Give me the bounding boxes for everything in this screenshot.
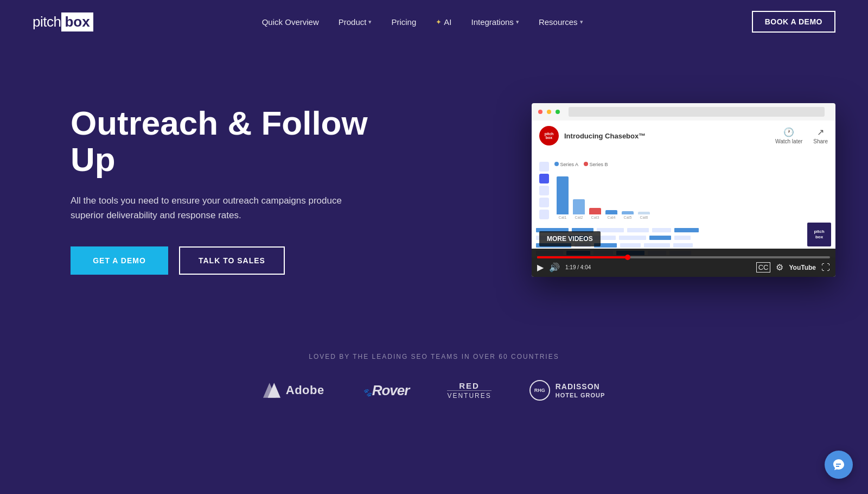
radisson-text: RADISSON HOTEL GROUP [556, 382, 605, 399]
fullscreen-button[interactable]: ⛶ [821, 263, 830, 273]
rover-logo: 🐾Rover [362, 382, 410, 399]
chart-bars: Cat1 Cat2 Cat3 Cat4 [554, 170, 828, 219]
table-cell [674, 228, 699, 232]
red-ventures-text-1: RED [447, 381, 491, 390]
brand-logos-row: Adobe 🐾Rover RED VENTURES RHG RADISSON H… [33, 380, 835, 401]
hero-content: Outreach & Follow Up All the tools you n… [71, 105, 374, 275]
rover-paw-icon: 🐾 [362, 388, 371, 397]
yt-logo-area: pitch box Introducing Chasebox™ [539, 126, 646, 145]
progress-dot [625, 255, 630, 260]
chart-main: Series A Series B Cat1 Cat2 [554, 162, 828, 219]
radisson-badge-icon: RHG [529, 380, 550, 401]
social-proof-label: LOVED BY THE LEADING SEO TEAMS IN OVER 6… [33, 353, 835, 360]
radisson-name-line1: RADISSON [556, 382, 605, 391]
channel-thumb: pitch box [539, 126, 559, 145]
bar-2 [573, 199, 585, 214]
nav-product[interactable]: Product ▾ [339, 17, 372, 27]
nav-resources[interactable]: Resources ▾ [539, 17, 583, 27]
video-title: Introducing Chasebox™ [564, 132, 646, 140]
chat-support-button[interactable] [825, 451, 853, 479]
browser-url-bar [569, 107, 825, 117]
volume-button[interactable]: 🔊 [549, 262, 560, 273]
share-button[interactable]: ↗ Share [813, 127, 828, 144]
bar-label-6: Cat6 [640, 216, 648, 219]
chevron-down-icon-2: ▾ [516, 18, 519, 26]
social-proof-section: LOVED BY THE LEADING SEO TEAMS IN OVER 6… [0, 326, 868, 422]
browser-minimize-dot [547, 110, 551, 114]
captions-button[interactable]: CC [756, 262, 771, 273]
red-ventures-wrap: RED VENTURES [447, 381, 491, 400]
adobe-brand-name: Adobe [286, 383, 324, 397]
bar-label-1: Cat1 [559, 216, 567, 219]
nav-ai[interactable]: ✦AI [436, 17, 451, 27]
bar-4 [605, 210, 617, 214]
bar-group-5: Cat5 [622, 211, 634, 219]
bar-1 [557, 176, 569, 214]
table-cell [644, 243, 670, 248]
youtube-header: pitch box Introducing Chasebox™ 🕐 Watch … [532, 121, 835, 149]
controls-right: CC ⚙ YouTube ⛶ [756, 262, 830, 273]
watch-later-icon: 🕐 [783, 127, 794, 137]
bar-3 [589, 208, 601, 214]
progress-fill [537, 256, 628, 258]
youtube-controls: ▶ 🔊 1:19 / 4:04 CC ⚙ YouTube ⛶ [532, 249, 835, 277]
controls-row: ▶ 🔊 1:19 / 4:04 CC ⚙ YouTube ⛶ [537, 262, 830, 273]
youtube-brand-logo: YouTube [789, 264, 816, 271]
adobe-logo: Adobe [263, 382, 324, 399]
chevron-down-icon-3: ▾ [580, 18, 583, 26]
share-label: Share [813, 138, 828, 144]
get-demo-button[interactable]: GET A DEMO [71, 246, 168, 275]
bar-group-6: Cat6 [638, 212, 650, 219]
more-videos-button[interactable]: MORE VIDEOS [539, 231, 601, 246]
logo-text-pitch: pitch [33, 14, 61, 30]
watch-later-button[interactable]: 🕐 Watch later [775, 127, 802, 144]
controls-left: ▶ 🔊 1:19 / 4:04 [537, 262, 591, 273]
chart-legend: Series A Series B [554, 162, 828, 167]
video-panel: pitch box Introducing Chasebox™ 🕐 Watch … [532, 103, 835, 277]
progress-bar[interactable] [537, 256, 830, 258]
browser-fullscreen-dot [556, 110, 560, 114]
radisson-logo: RHG RADISSON HOTEL GROUP [529, 380, 605, 401]
nav-quick-overview[interactable]: Quick Overview [262, 17, 319, 27]
logo[interactable]: pitch box [33, 12, 93, 31]
hero-section: Outreach & Follow Up All the tools you n… [0, 43, 868, 326]
table-cell [673, 243, 693, 248]
chat-icon [832, 458, 845, 471]
bar-label-4: Cat4 [608, 216, 616, 219]
table-cell [674, 236, 691, 240]
table-cell [619, 236, 646, 240]
nav-links: Quick Overview Product ▾ Pricing ✦AI Int… [262, 17, 583, 27]
nav-integrations[interactable]: Integrations ▾ [471, 17, 519, 27]
table-cell [597, 228, 624, 232]
nav-pricing[interactable]: Pricing [391, 17, 416, 27]
bar-group-4: Cat4 [605, 210, 617, 219]
browser-toolbar [532, 103, 835, 121]
share-icon: ↗ [817, 127, 824, 137]
book-demo-button[interactable]: BOOK A DEMO [752, 11, 835, 33]
bar-group-2: Cat2 [573, 199, 585, 219]
table-cell [620, 243, 641, 248]
bar-group-1: Cat1 [557, 176, 569, 219]
table-cell [649, 236, 671, 240]
chart-area: Series A Series B Cat1 Cat2 [532, 149, 835, 225]
bar-group-3: Cat3 [589, 208, 601, 219]
hero-heading: Outreach & Follow Up [71, 105, 374, 178]
talk-to-sales-button[interactable]: TALK TO SALES [179, 246, 285, 275]
table-cell [652, 228, 671, 232]
bar-label-5: Cat5 [624, 216, 632, 219]
bar-label-2: Cat2 [575, 216, 583, 219]
settings-button[interactable]: ⚙ [776, 262, 783, 273]
sidebar-mini-item [539, 162, 549, 172]
hero-buttons: GET A DEMO TALK TO SALES [71, 246, 374, 275]
ai-spark-icon: ✦ [436, 18, 442, 26]
red-ventures-text-2: VENTURES [447, 390, 491, 400]
sidebar-mini-item-2 [539, 186, 549, 195]
hero-subtext: All the tools you need to ensure your ou… [71, 193, 342, 223]
radisson-badge-text: RHG [534, 388, 545, 393]
watch-later-label: Watch later [775, 138, 802, 144]
chevron-down-icon: ▾ [368, 18, 372, 26]
play-button[interactable]: ▶ [537, 262, 544, 273]
radisson-name-line2: HOTEL GROUP [556, 391, 605, 399]
sidebar-mini-item-3 [539, 198, 549, 207]
bar-label-3: Cat3 [591, 216, 599, 219]
